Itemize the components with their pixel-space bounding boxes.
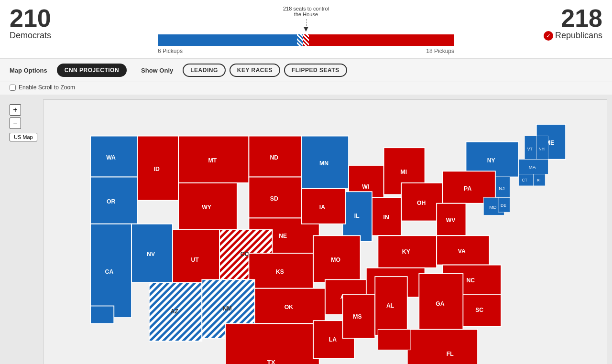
svg-text:ND: ND: [270, 154, 278, 161]
svg-text:WA: WA: [106, 154, 116, 161]
svg-text:NV: NV: [147, 251, 155, 257]
svg-text:NY: NY: [487, 157, 495, 164]
svg-text:MA: MA: [529, 164, 536, 170]
rep-block: 218 ✓ Republicans: [459, 6, 602, 41]
zoom-out-button[interactable]: −: [10, 118, 21, 129]
map-options-label: Map Options: [10, 67, 47, 74]
svg-text:LA: LA: [329, 336, 337, 343]
rep-party-label: ✓ Republicans: [459, 31, 602, 41]
control-threshold-label: 218 seats to control the House: [283, 6, 329, 17]
svg-text:NH: NH: [539, 147, 545, 151]
svg-text:MI: MI: [401, 169, 407, 175]
svg-rect-89: [225, 323, 319, 364]
svg-text:MS: MS: [353, 313, 361, 320]
svg-text:GA: GA: [436, 300, 445, 307]
us-election-map[interactable]: WA OR CA ID MT ND MN WI: [43, 99, 607, 364]
svg-text:VT: VT: [527, 147, 533, 151]
leading-button[interactable]: LEADING: [183, 64, 226, 77]
svg-text:IL: IL: [354, 213, 360, 219]
rep-seat-count: 218: [459, 6, 602, 31]
svg-text:WI: WI: [362, 183, 369, 190]
map-options-buttons: CNN PROJECTION: [57, 64, 127, 77]
check-icon: ✓: [544, 31, 553, 41]
scroll-zoom-row: Enable Scroll to Zoom: [0, 82, 612, 95]
scroll-zoom-checkbox[interactable]: [10, 85, 16, 91]
svg-text:FL: FL: [447, 351, 454, 357]
us-map-button[interactable]: US Map: [10, 133, 37, 141]
svg-text:NM: NM: [223, 305, 232, 312]
svg-text:RI: RI: [537, 178, 540, 182]
svg-text:MN: MN: [319, 160, 328, 167]
show-only-label: Show Only: [141, 67, 173, 74]
dem-win-bar: [158, 34, 297, 46]
svg-text:MO: MO: [331, 257, 340, 263]
map-wrapper: + − US Map WA OR: [0, 95, 612, 364]
svg-text:AZ: AZ: [170, 308, 178, 315]
threshold-arrow: ▼: [302, 25, 310, 33]
map-sidebar: + − US Map: [5, 99, 43, 364]
svg-text:KS: KS: [276, 268, 284, 275]
cnn-projection-button[interactable]: CNN PROJECTION: [57, 64, 127, 77]
show-only-buttons: LEADING KEY RACES FLIPPED SEATS: [183, 64, 347, 77]
svg-text:UT: UT: [191, 257, 199, 263]
svg-text:OK: OK: [284, 304, 294, 310]
svg-text:NC: NC: [466, 277, 475, 284]
svg-text:VA: VA: [458, 248, 466, 255]
svg-text:KY: KY: [402, 248, 410, 255]
dem-seat-count: 210: [10, 6, 153, 31]
results-header: 210 Democrats 218 seats to control the H…: [0, 0, 612, 59]
svg-text:IN: IN: [383, 214, 389, 221]
svg-text:SD: SD: [270, 195, 278, 202]
svg-text:AL: AL: [386, 302, 394, 309]
svg-text:MT: MT: [208, 157, 217, 164]
svg-text:IA: IA: [319, 204, 325, 211]
svg-text:CA: CA: [105, 268, 114, 275]
svg-text:OH: OH: [417, 200, 426, 206]
svg-text:NJ: NJ: [499, 186, 504, 191]
svg-text:CT: CT: [522, 178, 527, 182]
rep-flip-bar: [303, 34, 309, 46]
svg-text:SC: SC: [475, 307, 483, 313]
dem-flip-bar: [297, 34, 303, 46]
dem-party-label: Democrats: [10, 31, 153, 41]
svg-text:ID: ID: [154, 166, 160, 172]
svg-text:WY: WY: [202, 204, 211, 211]
svg-text:WV: WV: [446, 217, 456, 224]
svg-rect-100: [378, 330, 410, 350]
svg-text:DE: DE: [501, 203, 506, 208]
svg-text:PA: PA: [464, 185, 471, 192]
svg-text:TX: TX: [267, 359, 275, 364]
rep-win-bar: [309, 34, 454, 46]
svg-text:MD: MD: [489, 204, 496, 210]
dem-pickups: 6 Pickups: [158, 48, 183, 54]
rep-pickups: 18 Pickups: [426, 48, 454, 54]
flipped-seats-button[interactable]: FLIPPED SEATS: [284, 64, 347, 77]
key-races-button[interactable]: KEY RACES: [230, 64, 280, 77]
svg-text:NE: NE: [279, 233, 287, 239]
scroll-zoom-label: Enable Scroll to Zoom: [19, 84, 75, 91]
svg-text:CO: CO: [240, 251, 250, 257]
svg-rect-99: [407, 330, 478, 364]
zoom-in-button[interactable]: +: [10, 104, 21, 116]
dem-block: 210 Democrats: [10, 6, 153, 41]
svg-rect-10: [90, 306, 114, 323]
controls-section: Map Options CNN PROJECTION Show Only LEA…: [0, 59, 612, 82]
svg-text:OR: OR: [107, 198, 116, 205]
